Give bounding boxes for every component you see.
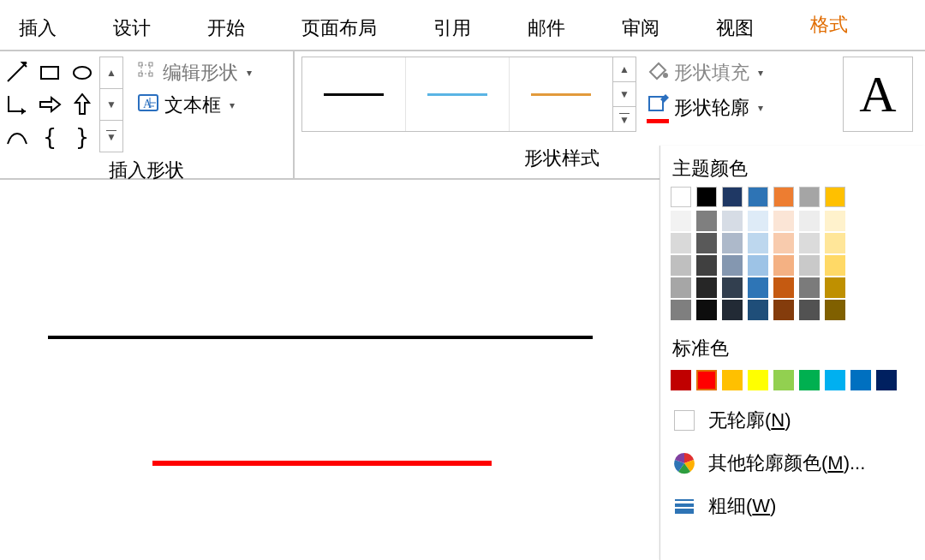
standard-color-swatch[interactable] bbox=[850, 370, 871, 390]
standard-color-swatch[interactable] bbox=[722, 370, 743, 390]
theme-tint-swatch[interactable] bbox=[825, 255, 845, 276]
theme-color-swatch[interactable] bbox=[748, 187, 768, 207]
style-thumb-2[interactable] bbox=[406, 57, 510, 131]
theme-tint-swatch[interactable] bbox=[748, 255, 768, 276]
wordart-thumb-1[interactable]: A bbox=[843, 57, 913, 132]
theme-tint-swatch[interactable] bbox=[696, 255, 717, 276]
theme-tint-swatch[interactable] bbox=[722, 300, 743, 320]
line-weight-menu-item[interactable]: 粗细(W) bbox=[660, 485, 925, 527]
tab-mail[interactable]: 邮件 bbox=[512, 5, 581, 50]
theme-tint-swatch[interactable] bbox=[671, 300, 691, 320]
theme-tint-swatch[interactable] bbox=[696, 277, 717, 298]
tab-insert[interactable]: 插入 bbox=[3, 5, 72, 50]
theme-tint-swatch[interactable] bbox=[825, 277, 845, 298]
tab-layout[interactable]: 页面布局 bbox=[286, 5, 392, 50]
theme-tint-swatch[interactable] bbox=[748, 233, 768, 253]
theme-tint-swatch[interactable] bbox=[825, 233, 845, 253]
theme-color-swatch[interactable] bbox=[696, 187, 717, 207]
standard-colors-label: 标准色 bbox=[660, 332, 925, 366]
theme-color-swatch[interactable] bbox=[722, 187, 743, 207]
theme-tint-swatch[interactable] bbox=[799, 255, 820, 276]
theme-tint-swatch[interactable] bbox=[748, 277, 768, 298]
style-scroll-up[interactable]: ▲ bbox=[613, 57, 636, 82]
theme-tint-swatch[interactable] bbox=[799, 211, 820, 231]
theme-tint-swatch[interactable] bbox=[799, 233, 820, 253]
shape-outline-button[interactable]: 形状轮廓 ▾ bbox=[642, 91, 768, 125]
paint-bucket-icon bbox=[647, 60, 669, 86]
canvas-red-line[interactable] bbox=[152, 461, 492, 466]
theme-tint-swatch[interactable] bbox=[748, 300, 768, 320]
theme-tint-swatch[interactable] bbox=[799, 277, 820, 298]
no-outline-menu-item[interactable]: 无轮廓(N) bbox=[660, 399, 925, 442]
theme-tint-swatch[interactable] bbox=[671, 233, 691, 253]
theme-tint-swatch[interactable] bbox=[722, 233, 743, 253]
shape-brace-left-icon[interactable]: { bbox=[34, 122, 65, 152]
tab-format[interactable]: 格式 bbox=[795, 2, 863, 50]
shape-rect-icon[interactable] bbox=[34, 57, 65, 87]
shape-brace-right-icon[interactable]: } bbox=[67, 122, 98, 152]
shape-arrow-right-icon[interactable] bbox=[34, 89, 65, 120]
theme-tint-swatch[interactable] bbox=[773, 211, 794, 231]
standard-color-swatch[interactable] bbox=[825, 370, 845, 390]
tab-references[interactable]: 引用 bbox=[418, 5, 486, 50]
standard-color-swatch[interactable] bbox=[799, 370, 820, 390]
group-insert-shapes: { } ▲ ▼ ▼ 编辑形状 ▾ bbox=[0, 51, 293, 178]
theme-tint-swatch[interactable] bbox=[671, 277, 691, 298]
theme-tint-swatch[interactable] bbox=[722, 211, 743, 231]
svg-line-0 bbox=[8, 63, 27, 81]
no-outline-label: 无轮廓(N) bbox=[708, 408, 791, 433]
document-canvas[interactable] bbox=[0, 182, 659, 560]
theme-tint-swatch[interactable] bbox=[722, 255, 743, 276]
tab-home[interactable]: 开始 bbox=[192, 5, 260, 50]
ribbon-tabbar: 插入 设计 开始 页面布局 引用 邮件 审阅 视图 格式 bbox=[0, 0, 925, 51]
theme-tint-swatch[interactable] bbox=[696, 233, 717, 253]
theme-tint-swatch[interactable] bbox=[671, 211, 691, 231]
shapes-scroll-down[interactable]: ▼ bbox=[100, 89, 122, 121]
theme-tint-swatch[interactable] bbox=[671, 255, 691, 276]
shape-curve-icon[interactable] bbox=[2, 122, 33, 152]
style-scroll-more[interactable]: ▼ bbox=[613, 107, 636, 131]
theme-tint-swatch[interactable] bbox=[696, 300, 717, 320]
standard-color-swatch[interactable] bbox=[696, 370, 717, 390]
tab-view[interactable]: 视图 bbox=[701, 5, 769, 50]
pencil-outline-icon bbox=[647, 94, 669, 122]
theme-tint-swatch[interactable] bbox=[773, 233, 794, 253]
shape-elbow-icon[interactable] bbox=[2, 89, 33, 120]
style-thumb-1[interactable] bbox=[302, 57, 406, 131]
theme-color-swatch[interactable] bbox=[799, 187, 820, 207]
tab-review[interactable]: 审阅 bbox=[606, 5, 675, 50]
theme-tint-swatch[interactable] bbox=[722, 277, 743, 298]
shapes-gallery[interactable]: { } bbox=[0, 57, 98, 152]
theme-tint-swatch[interactable] bbox=[825, 211, 845, 231]
canvas-black-line[interactable] bbox=[48, 336, 593, 339]
standard-color-swatch[interactable] bbox=[876, 370, 897, 390]
standard-color-swatch[interactable] bbox=[773, 370, 794, 390]
tab-design[interactable]: 设计 bbox=[98, 5, 166, 50]
theme-tint-swatch[interactable] bbox=[748, 211, 768, 231]
shape-fill-button[interactable]: 形状填充 ▾ bbox=[642, 57, 768, 89]
theme-tint-swatch[interactable] bbox=[696, 211, 717, 231]
standard-color-swatch[interactable] bbox=[671, 370, 691, 390]
shape-arrow-up-icon[interactable] bbox=[67, 89, 98, 120]
theme-tint-swatch[interactable] bbox=[773, 300, 794, 320]
theme-color-swatch[interactable] bbox=[825, 187, 845, 207]
style-gallery[interactable] bbox=[301, 57, 613, 132]
textbox-button[interactable]: A 文本框 ▾ bbox=[135, 89, 254, 122]
shapes-scroll-up[interactable]: ▲ bbox=[100, 57, 122, 89]
theme-tint-swatch[interactable] bbox=[825, 300, 845, 320]
style-thumb-3[interactable] bbox=[510, 57, 612, 131]
style-scroll-down[interactable]: ▼ bbox=[613, 82, 636, 107]
edit-shape-button[interactable]: 编辑形状 ▾ bbox=[135, 57, 254, 89]
standard-color-swatch[interactable] bbox=[748, 370, 768, 390]
shape-line-icon[interactable] bbox=[2, 57, 33, 87]
theme-tint-swatch[interactable] bbox=[799, 300, 820, 320]
theme-tint-swatch[interactable] bbox=[773, 277, 794, 298]
textbox-label: 文本框 bbox=[164, 92, 221, 118]
theme-tint-swatch[interactable] bbox=[773, 255, 794, 276]
theme-color-swatch[interactable] bbox=[671, 187, 691, 207]
shapes-scroll-more[interactable]: ▼ bbox=[100, 121, 122, 152]
more-outline-colors-menu-item[interactable]: 其他轮廓颜色(M)... bbox=[660, 442, 925, 485]
theme-colors-tints bbox=[660, 207, 925, 320]
shape-oval-icon[interactable] bbox=[67, 57, 98, 87]
theme-color-swatch[interactable] bbox=[773, 187, 794, 207]
